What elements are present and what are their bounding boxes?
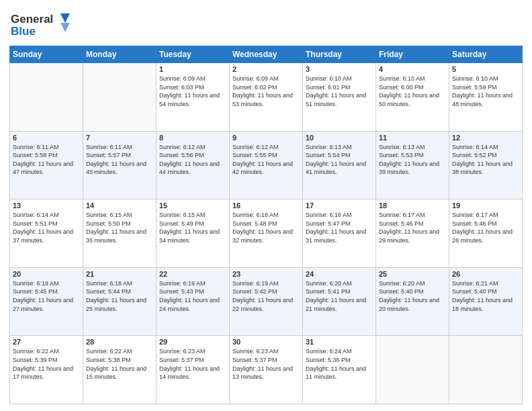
logo-svg: General Blue <box>9 9 70 39</box>
day-number: 10 <box>306 134 373 142</box>
day-number: 29 <box>159 338 226 346</box>
day-number: 3 <box>306 65 373 73</box>
calendar-cell <box>376 336 449 404</box>
day-number: 12 <box>452 134 519 142</box>
day-info: Sunrise: 6:14 AM Sunset: 5:52 PM Dayligh… <box>452 143 519 177</box>
day-info: Sunrise: 6:24 AM Sunset: 5:36 PM Dayligh… <box>306 347 373 381</box>
day-info: Sunrise: 6:16 AM Sunset: 5:47 PM Dayligh… <box>306 211 373 244</box>
day-info: Sunrise: 6:12 AM Sunset: 5:55 PM Dayligh… <box>232 143 300 177</box>
day-number: 9 <box>232 134 300 142</box>
weekday-header: Wednesday <box>230 46 303 63</box>
calendar-cell: 30Sunrise: 6:23 AM Sunset: 5:37 PM Dayli… <box>230 336 303 404</box>
day-number: 14 <box>86 201 153 210</box>
day-info: Sunrise: 6:11 AM Sunset: 5:58 PM Dayligh… <box>13 143 80 177</box>
day-number: 7 <box>86 134 153 142</box>
day-number: 18 <box>379 201 446 210</box>
header-row: SundayMondayTuesdayWednesdayThursdayFrid… <box>10 46 523 63</box>
day-info: Sunrise: 6:22 AM Sunset: 5:38 PM Dayligh… <box>86 347 153 381</box>
day-info: Sunrise: 6:20 AM Sunset: 5:40 PM Dayligh… <box>379 279 446 313</box>
calendar-cell: 5Sunrise: 6:10 AM Sunset: 5:59 PM Daylig… <box>449 63 523 132</box>
day-number: 30 <box>232 338 300 346</box>
logo: General Blue <box>9 9 70 42</box>
calendar-cell: 24Sunrise: 6:20 AM Sunset: 5:41 PM Dayli… <box>303 267 376 336</box>
day-info: Sunrise: 6:17 AM Sunset: 5:46 PM Dayligh… <box>379 211 446 244</box>
day-number: 28 <box>86 338 153 346</box>
calendar-cell: 10Sunrise: 6:13 AM Sunset: 5:54 PM Dayli… <box>303 131 376 199</box>
calendar-cell: 22Sunrise: 6:19 AM Sunset: 5:43 PM Dayli… <box>157 267 230 336</box>
calendar-cell: 11Sunrise: 6:13 AM Sunset: 5:53 PM Dayli… <box>376 131 449 199</box>
day-number: 8 <box>159 134 226 142</box>
day-info: Sunrise: 6:13 AM Sunset: 5:53 PM Dayligh… <box>379 143 446 177</box>
day-number: 4 <box>379 65 446 73</box>
day-info: Sunrise: 6:14 AM Sunset: 5:51 PM Dayligh… <box>13 211 80 244</box>
weekday-header: Saturday <box>449 46 523 63</box>
svg-marker-2 <box>60 13 70 23</box>
calendar-cell: 19Sunrise: 6:17 AM Sunset: 5:46 PM Dayli… <box>449 199 523 268</box>
weekday-header: Tuesday <box>157 46 230 63</box>
day-number: 24 <box>306 270 373 278</box>
day-info: Sunrise: 6:17 AM Sunset: 5:46 PM Dayligh… <box>452 211 519 244</box>
day-number: 26 <box>452 270 519 278</box>
calendar-cell: 28Sunrise: 6:22 AM Sunset: 5:38 PM Dayli… <box>83 336 157 404</box>
day-info: Sunrise: 6:19 AM Sunset: 5:42 PM Dayligh… <box>232 279 300 313</box>
day-number: 23 <box>232 270 300 278</box>
calendar-cell: 2Sunrise: 6:09 AM Sunset: 6:02 PM Daylig… <box>230 63 303 132</box>
calendar-cell: 17Sunrise: 6:16 AM Sunset: 5:47 PM Dayli… <box>303 199 376 268</box>
svg-marker-3 <box>60 23 70 32</box>
weekday-header: Thursday <box>303 46 376 63</box>
calendar-cell: 15Sunrise: 6:15 AM Sunset: 5:49 PM Dayli… <box>157 199 230 268</box>
day-info: Sunrise: 6:15 AM Sunset: 5:49 PM Dayligh… <box>159 211 226 244</box>
day-number: 27 <box>13 338 80 346</box>
header: General Blue <box>9 7 523 42</box>
day-number: 16 <box>232 201 300 210</box>
calendar-cell <box>10 63 83 132</box>
day-info: Sunrise: 6:10 AM Sunset: 6:00 PM Dayligh… <box>379 75 446 108</box>
day-info: Sunrise: 6:23 AM Sunset: 5:37 PM Dayligh… <box>159 347 226 381</box>
day-number: 15 <box>159 201 226 210</box>
day-info: Sunrise: 6:23 AM Sunset: 5:37 PM Dayligh… <box>232 347 300 381</box>
day-info: Sunrise: 6:20 AM Sunset: 5:41 PM Dayligh… <box>306 279 373 313</box>
day-number: 20 <box>13 270 80 278</box>
day-number: 2 <box>232 65 300 73</box>
day-number: 1 <box>159 65 226 73</box>
day-number: 11 <box>379 134 446 142</box>
calendar-cell: 29Sunrise: 6:23 AM Sunset: 5:37 PM Dayli… <box>157 336 230 404</box>
day-number: 17 <box>306 201 373 210</box>
calendar-cell: 14Sunrise: 6:15 AM Sunset: 5:50 PM Dayli… <box>83 199 157 268</box>
weekday-header: Sunday <box>10 46 83 63</box>
day-info: Sunrise: 6:09 AM Sunset: 6:02 PM Dayligh… <box>232 75 300 108</box>
calendar-week-row: 20Sunrise: 6:18 AM Sunset: 5:45 PM Dayli… <box>10 267 523 336</box>
day-number: 21 <box>86 270 153 278</box>
day-number: 13 <box>13 201 80 210</box>
calendar-cell: 4Sunrise: 6:10 AM Sunset: 6:00 PM Daylig… <box>376 63 449 132</box>
svg-text:General: General <box>11 13 53 26</box>
calendar-cell: 27Sunrise: 6:22 AM Sunset: 5:39 PM Dayli… <box>10 336 83 404</box>
calendar-week-row: 13Sunrise: 6:14 AM Sunset: 5:51 PM Dayli… <box>10 199 523 268</box>
day-info: Sunrise: 6:12 AM Sunset: 5:56 PM Dayligh… <box>159 143 226 177</box>
day-info: Sunrise: 6:09 AM Sunset: 6:03 PM Dayligh… <box>159 75 226 108</box>
calendar-cell: 26Sunrise: 6:21 AM Sunset: 5:40 PM Dayli… <box>449 267 523 336</box>
calendar-week-row: 1Sunrise: 6:09 AM Sunset: 6:03 PM Daylig… <box>10 63 523 132</box>
day-info: Sunrise: 6:19 AM Sunset: 5:43 PM Dayligh… <box>159 279 226 313</box>
day-number: 6 <box>13 134 80 142</box>
day-number: 19 <box>452 201 519 210</box>
day-number: 22 <box>159 270 226 278</box>
day-number: 25 <box>379 270 446 278</box>
day-info: Sunrise: 6:22 AM Sunset: 5:39 PM Dayligh… <box>13 347 80 381</box>
calendar-cell: 1Sunrise: 6:09 AM Sunset: 6:03 PM Daylig… <box>157 63 230 132</box>
calendar-cell: 20Sunrise: 6:18 AM Sunset: 5:45 PM Dayli… <box>10 267 83 336</box>
day-info: Sunrise: 6:21 AM Sunset: 5:40 PM Dayligh… <box>452 279 519 313</box>
calendar-cell: 18Sunrise: 6:17 AM Sunset: 5:46 PM Dayli… <box>376 199 449 268</box>
day-number: 5 <box>452 65 519 73</box>
calendar-cell: 13Sunrise: 6:14 AM Sunset: 5:51 PM Dayli… <box>10 199 83 268</box>
calendar-cell: 16Sunrise: 6:16 AM Sunset: 5:48 PM Dayli… <box>230 199 303 268</box>
calendar-cell: 12Sunrise: 6:14 AM Sunset: 5:52 PM Dayli… <box>449 131 523 199</box>
calendar-cell <box>449 336 523 404</box>
calendar-cell: 8Sunrise: 6:12 AM Sunset: 5:56 PM Daylig… <box>157 131 230 199</box>
calendar-week-row: 27Sunrise: 6:22 AM Sunset: 5:39 PM Dayli… <box>10 336 523 404</box>
calendar-week-row: 6Sunrise: 6:11 AM Sunset: 5:58 PM Daylig… <box>10 131 523 199</box>
weekday-header: Friday <box>376 46 449 63</box>
day-info: Sunrise: 6:18 AM Sunset: 5:45 PM Dayligh… <box>13 279 80 313</box>
day-info: Sunrise: 6:10 AM Sunset: 6:01 PM Dayligh… <box>306 75 373 108</box>
day-info: Sunrise: 6:13 AM Sunset: 5:54 PM Dayligh… <box>306 143 373 177</box>
